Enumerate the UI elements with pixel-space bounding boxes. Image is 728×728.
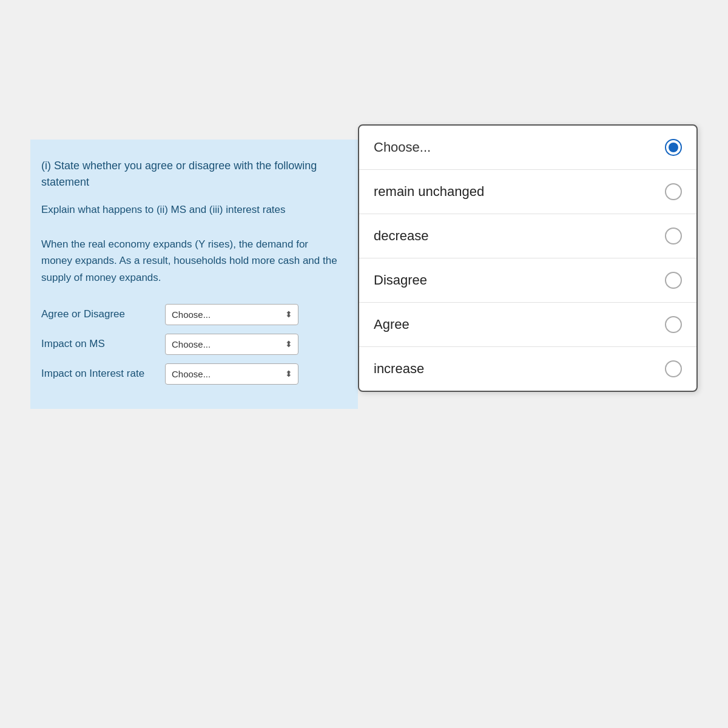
- radio-choose: [665, 139, 682, 156]
- field-row-agree-disagree: Agree or Disagree Choose... Agree Disagr…: [41, 304, 341, 325]
- dropdown-item-text-decrease: decrease: [374, 228, 429, 244]
- dropdown-item-disagree[interactable]: Disagree: [359, 258, 696, 303]
- fields-section: Agree or Disagree Choose... Agree Disagr…: [41, 304, 341, 385]
- select-impact-interest[interactable]: Choose... increase decrease remain uncha…: [165, 363, 298, 385]
- dropdown-item-choose[interactable]: Choose...: [359, 126, 696, 170]
- question-title: (i) State whether you agree or disagree …: [41, 158, 341, 190]
- radio-agree: [665, 316, 682, 333]
- dropdown-item-text-choose: Choose...: [374, 140, 431, 155]
- select-wrapper-impact-ms[interactable]: Choose... increase decrease remain uncha…: [165, 334, 298, 355]
- radio-remain: [665, 183, 682, 200]
- dropdown-item-text-remain: remain unchanged: [374, 184, 484, 200]
- dropdown-item-text-agree: Agree: [374, 317, 410, 332]
- select-wrapper-agree-disagree[interactable]: Choose... Agree Disagree: [165, 304, 298, 325]
- dropdown-item-text-increase: increase: [374, 361, 424, 377]
- explanation-text: When the real economy expands (Y rises),…: [41, 236, 341, 286]
- radio-disagree: [665, 272, 682, 289]
- dropdown-item-increase[interactable]: increase: [359, 347, 696, 391]
- dropdown-item-decrease[interactable]: decrease: [359, 214, 696, 258]
- radio-increase: [665, 360, 682, 377]
- select-agree-disagree[interactable]: Choose... Agree Disagree: [165, 304, 298, 325]
- dropdown-item-agree[interactable]: Agree: [359, 303, 696, 347]
- field-label-impact-ms: Impact on MS: [41, 338, 157, 350]
- dropdown-item-text-disagree: Disagree: [374, 272, 427, 288]
- field-row-impact-ms: Impact on MS Choose... increase decrease…: [41, 334, 341, 355]
- select-wrapper-impact-interest[interactable]: Choose... increase decrease remain uncha…: [165, 363, 298, 385]
- field-row-impact-interest: Impact on Interest rate Choose... increa…: [41, 363, 341, 385]
- sub-question: Explain what happens to (ii) MS and (iii…: [41, 201, 341, 218]
- main-container: (i) State whether you agree or disagree …: [30, 140, 698, 409]
- dropdown-item-remain[interactable]: remain unchanged: [359, 170, 696, 214]
- dropdown-panel: Choose... remain unchanged decrease Disa…: [358, 124, 698, 392]
- radio-decrease: [665, 228, 682, 244]
- left-panel: (i) State whether you agree or disagree …: [30, 140, 358, 409]
- field-label-impact-interest: Impact on Interest rate: [41, 368, 157, 380]
- field-label-agree-disagree: Agree or Disagree: [41, 308, 157, 320]
- select-impact-ms[interactable]: Choose... increase decrease remain uncha…: [165, 334, 298, 355]
